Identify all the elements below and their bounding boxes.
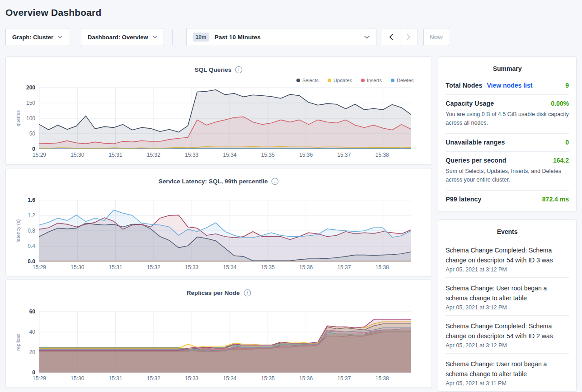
svg-text:latency (s): latency (s) — [15, 219, 21, 243]
svg-text:0.8: 0.8 — [28, 228, 35, 234]
event-text: Schema Change: User root began a schema … — [446, 283, 569, 303]
svg-text:0.0: 0.0 — [28, 258, 35, 265]
svg-text:100: 100 — [26, 115, 35, 121]
event-timestamp: Apr 05, 2021 at 3:12 PM — [446, 342, 569, 349]
view-nodes-list-link[interactable]: View nodes list — [487, 82, 533, 89]
event-text: Schema Change Completed: Schema change o… — [446, 245, 569, 265]
legend-dot-icon — [361, 79, 365, 82]
event-item[interactable]: Schema Change Completed: Schema change o… — [446, 316, 569, 354]
svg-text:15:37: 15:37 — [337, 152, 351, 158]
dashboard-dropdown[interactable]: Dashboard: Overview — [81, 28, 164, 46]
svg-text:15:33: 15:33 — [185, 375, 198, 382]
svg-text:15:30: 15:30 — [70, 375, 84, 382]
dashboard-dropdown-label: Dashboard: Overview — [88, 34, 148, 41]
info-icon[interactable]: i — [244, 289, 251, 297]
info-icon[interactable]: i — [235, 66, 243, 74]
event-item[interactable]: Schema Change: User root began a schema … — [446, 278, 569, 316]
svg-text:15:31: 15:31 — [109, 264, 122, 271]
chart-title: Replicas per Node — [187, 289, 240, 296]
summary-row-capacity-usage: Capacity Usage 0.00% You are using 0 B o… — [446, 95, 569, 134]
legend-dot-icon — [391, 79, 394, 82]
time-prev-button[interactable] — [382, 28, 400, 46]
svg-text:150: 150 — [26, 100, 35, 106]
svg-text:15:35: 15:35 — [261, 264, 275, 271]
svg-text:15:32: 15:32 — [147, 375, 160, 382]
summary-title: Summary — [446, 57, 569, 77]
svg-text:20: 20 — [29, 349, 36, 355]
time-range-badge: 10m — [193, 33, 209, 42]
svg-text:15:31: 15:31 — [109, 375, 122, 382]
event-timestamp: Apr 05, 2021 at 3:12 PM — [446, 266, 569, 273]
svg-text:15:29: 15:29 — [33, 264, 46, 271]
now-button[interactable]: Now — [423, 28, 449, 46]
svg-text:15:36: 15:36 — [299, 264, 313, 271]
summary-label: P99 latency — [446, 196, 481, 203]
info-icon[interactable]: i — [271, 177, 279, 185]
event-item[interactable]: Schema Change: User root began a schema … — [446, 354, 569, 391]
event-text: Schema Change: User root began a schema … — [446, 359, 569, 379]
svg-text:15:34: 15:34 — [223, 264, 237, 271]
event-timestamp: Apr 05, 2021 at 3:12 PM — [446, 304, 569, 311]
summary-label: Queries per second — [446, 157, 506, 164]
summary-description: You are using 0 B of 4.5 GiB usable disk… — [446, 110, 569, 128]
svg-text:replicas: replicas — [15, 333, 21, 350]
summary-label: Unavailable ranges — [446, 139, 505, 146]
svg-text:i: i — [239, 67, 240, 72]
svg-text:i: i — [247, 290, 248, 295]
summary-row-total-nodes: Total Nodes View nodes list 9 — [446, 77, 569, 95]
svg-text:0: 0 — [32, 369, 35, 376]
svg-text:15:37: 15:37 — [337, 264, 351, 271]
svg-text:15:30: 15:30 — [70, 264, 84, 271]
svg-text:1.6: 1.6 — [28, 197, 35, 203]
summary-row-queries-per-second: Queries per second 164.2 Sum of Selects,… — [446, 152, 569, 191]
replicas-plot[interactable]: 15:2915:3015:3115:3215:3315:3415:3515:36… — [6, 306, 432, 387]
svg-text:15:32: 15:32 — [147, 152, 160, 158]
svg-text:15:36: 15:36 — [299, 152, 313, 158]
svg-text:15:38: 15:38 — [375, 152, 389, 158]
svg-text:60: 60 — [29, 308, 36, 315]
svg-text:15:35: 15:35 — [261, 375, 275, 382]
page-title: Overview Dashboard — [5, 7, 577, 18]
svg-text:200: 200 — [26, 84, 35, 91]
summary-value: 872.4 ms — [542, 196, 569, 203]
chevron-down-icon — [153, 36, 157, 38]
time-range-dropdown[interactable]: 10m Past 10 Minutes — [186, 28, 376, 46]
legend-dot-icon — [296, 79, 300, 82]
svg-text:15:38: 15:38 — [375, 375, 389, 382]
charts-column: SQL Queries i SelectsUpdatesInsertsDelet… — [5, 56, 432, 388]
toolbar: Graph: Cluster Dashboard: Overview 10m P… — [5, 28, 577, 46]
time-next-button[interactable] — [400, 28, 418, 46]
chart-title: SQL Queries — [195, 66, 232, 73]
svg-text:0: 0 — [32, 146, 35, 152]
summary-value: 0.00% — [551, 100, 569, 107]
events-panel: Events Schema Change Completed: Schema c… — [438, 219, 577, 392]
svg-text:15:36: 15:36 — [299, 375, 313, 382]
summary-value: 0 — [565, 139, 569, 146]
chevron-right-icon — [407, 34, 411, 40]
summary-label: Total Nodes — [446, 82, 482, 89]
svg-text:40: 40 — [29, 329, 36, 335]
svg-text:i: i — [275, 179, 276, 184]
svg-text:1.2: 1.2 — [28, 212, 35, 219]
svg-text:0.4: 0.4 — [28, 243, 35, 249]
sql-queries-plot[interactable]: 15:2915:3015:3115:3215:3315:3415:3515:36… — [6, 82, 432, 163]
svg-text:15:30: 15:30 — [70, 152, 84, 158]
service-latency-plot[interactable]: 15:2915:3015:3115:3215:3315:3415:3515:36… — [6, 195, 432, 276]
svg-text:15:33: 15:33 — [185, 152, 198, 158]
svg-text:50: 50 — [29, 131, 36, 137]
svg-text:15:29: 15:29 — [33, 152, 46, 158]
svg-text:15:35: 15:35 — [261, 152, 275, 158]
svg-text:15:37: 15:37 — [337, 375, 351, 382]
legend-dot-icon — [328, 79, 331, 82]
summary-panel: Summary Total Nodes View nodes list 9 Ca… — [438, 56, 577, 211]
time-range-label: Past 10 Minutes — [215, 34, 261, 41]
svg-text:15:33: 15:33 — [185, 264, 198, 271]
summary-label: Capacity Usage — [446, 100, 494, 107]
summary-value: 9 — [565, 82, 569, 89]
summary-row-unavailable-ranges: Unavailable ranges 0 — [446, 134, 569, 152]
summary-description: Sum of Selects, Updates, Inserts, and De… — [446, 167, 569, 185]
svg-text:15:31: 15:31 — [109, 152, 122, 158]
graph-dropdown[interactable]: Graph: Cluster — [5, 28, 69, 46]
event-item[interactable]: Schema Change Completed: Schema change o… — [446, 240, 569, 278]
svg-text:15:34: 15:34 — [223, 375, 237, 382]
